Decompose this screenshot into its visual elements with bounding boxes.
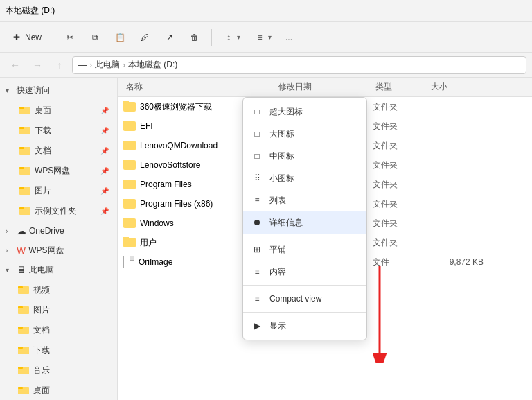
wps-cloud-label: WPS网盘 — [28, 245, 64, 256]
rename-button[interactable]: 🖊 — [134, 29, 156, 46]
share-icon: ↗ — [164, 32, 175, 43]
file-type-7: 文件夹 — [373, 237, 428, 249]
menu-item-large-icon[interactable]: □ 大图标 — [243, 123, 366, 145]
medium-icon-graphic: □ — [251, 150, 263, 162]
cut-button[interactable]: ✂ — [59, 29, 81, 46]
sidebar-photos-label: 图片 — [33, 304, 50, 316]
menu-item-huge-icon[interactable]: □ 超大图标 — [243, 101, 366, 123]
share-button[interactable]: ↗ — [159, 29, 181, 46]
menu-separator-1 — [243, 236, 366, 236]
title-bar-text: 本地磁盘 (D:) — [6, 5, 55, 17]
menu-item-show[interactable]: ▶ 显示 — [243, 315, 366, 337]
sidebar-item-video[interactable]: 视频 — [3, 280, 114, 299]
details-icon-graphic — [251, 217, 263, 228]
sidebar-docs-label: 文档 — [35, 145, 51, 157]
pin-icon-pics: 📌 — [100, 187, 109, 195]
file-type-1: 文件夹 — [373, 121, 428, 132]
sidebar-item-music[interactable]: 音乐 — [3, 360, 114, 380]
path-part-disk[interactable]: 本地磁盘 (D:) — [128, 59, 177, 71]
toolbar: ✚ New ✂ ⧉ 📋 🖊 ↗ 🗑 ↕ ▾ ≡ ▾ ... — [0, 22, 532, 53]
sidebar-item-desktop[interactable]: 桌面 📌 — [3, 101, 114, 120]
file-type-2: 文件夹 — [373, 140, 428, 152]
col-header-size[interactable]: 大小 — [428, 81, 484, 93]
sidebar-item-documents[interactable]: 文档 — [3, 320, 114, 340]
file-type-4: 文件夹 — [373, 179, 428, 191]
small-icon-graphic: ⠿ — [251, 173, 263, 184]
desktop-folder-icon — [19, 105, 30, 116]
sidebar-item-pics[interactable]: 图片 📌 — [3, 181, 114, 200]
download-folder-icon — [19, 125, 30, 137]
file-size-8: 9,872 KB — [428, 257, 484, 267]
video-folder-icon — [18, 284, 29, 296]
sidebar-item-docs[interactable]: 文档 📌 — [3, 141, 114, 160]
sort-icon: ↕ — [223, 32, 234, 43]
view-button[interactable]: ≡ ▾ — [249, 29, 277, 46]
this-pc-header[interactable]: ▾ 🖥 此电脑 — [0, 260, 117, 279]
delete-button[interactable]: 🗑 — [184, 29, 206, 46]
menu-label-large: 大图标 — [269, 128, 294, 140]
menu-label-content: 内容 — [269, 266, 286, 278]
folder-icon-0 — [123, 102, 136, 112]
sidebar-item-desktop2[interactable]: 桌面 — [3, 381, 114, 400]
sidebar-item-photos[interactable]: 图片 — [3, 300, 114, 320]
menu-item-list[interactable]: ≡ 列表 — [243, 189, 366, 211]
this-pc-arrow: ▾ — [6, 266, 14, 274]
folder-icon-2 — [123, 141, 136, 150]
folder-icon-6 — [123, 218, 136, 228]
folder-icon-3 — [123, 160, 136, 170]
new-button[interactable]: ✚ New — [6, 29, 47, 46]
examples-folder-icon — [19, 205, 30, 217]
col-header-date[interactable]: 修改日期 — [276, 81, 373, 93]
delete-icon: 🗑 — [189, 32, 200, 43]
sidebar-item-examples[interactable]: 示例文件夹 📌 — [3, 201, 114, 220]
sidebar-item-wpscloud[interactable]: WPS网盘 📌 — [3, 161, 114, 180]
copy-icon: ⧉ — [89, 32, 100, 43]
wps-cloud-icon: W — [17, 245, 26, 256]
onedrive-header[interactable]: › ☁ OneDrive — [0, 221, 117, 241]
wps-cloud-header[interactable]: › W WPS网盘 — [0, 241, 117, 260]
huge-icon-graphic: □ — [251, 106, 263, 117]
folder-icon-4 — [123, 180, 136, 189]
menu-item-small-icon[interactable]: ⠿ 小图标 — [243, 167, 366, 189]
sort-dropdown-arrow: ▾ — [237, 33, 240, 41]
more-button[interactable]: ... — [280, 30, 298, 45]
menu-item-content[interactable]: ≡ 内容 — [243, 261, 366, 283]
menu-separator-3 — [243, 312, 366, 313]
file-type-8: 文件 — [373, 256, 428, 268]
docs-folder-icon — [19, 145, 30, 157]
svg-rect-17 — [18, 327, 23, 329]
sort-button[interactable]: ↕ ▾ — [218, 29, 246, 46]
title-bar: 本地磁盘 (D:) — [0, 0, 532, 22]
sidebar-desktop2-label: 桌面 — [33, 385, 50, 397]
this-pc-icon: 🖥 — [17, 264, 26, 275]
svg-rect-3 — [19, 127, 24, 129]
up-button[interactable]: ↑ — [50, 55, 69, 75]
sidebar-music-label: 音乐 — [33, 365, 50, 376]
menu-item-compact[interactable]: ≡ Compact view — [243, 288, 366, 310]
pin-icon-desktop: 📌 — [100, 107, 109, 114]
paste-button[interactable]: 📋 — [109, 29, 131, 46]
menu-item-tiles[interactable]: ⊞ 平铺 — [243, 238, 366, 261]
column-headers: 名称 修改日期 类型 大小 — [118, 78, 532, 97]
menu-item-medium-icon[interactable]: □ 中图标 — [243, 145, 366, 167]
quick-access-header[interactable]: ▾ 快速访问 — [0, 80, 117, 100]
address-path[interactable]: — › 此电脑 › 本地磁盘 (D:) — [72, 56, 526, 74]
back-button[interactable]: ← — [6, 55, 25, 75]
path-part-pc[interactable]: 此电脑 — [95, 59, 120, 71]
sidebar-item-download[interactable]: 下载 📌 — [3, 121, 114, 140]
pin-icon-examples: 📌 — [100, 207, 109, 215]
copy-button[interactable]: ⧉ — [84, 29, 106, 46]
view-dropdown-menu: □ 超大图标 □ 大图标 □ 中图标 ⠿ 小图标 ≡ 列表 — [242, 97, 367, 340]
main-layout: ▾ 快速访问 桌面 📌 下载 📌 文档 📌 — [0, 78, 532, 400]
desktop2-folder-icon — [18, 385, 29, 397]
forward-button[interactable]: → — [28, 55, 47, 75]
sidebar-pics-label: 图片 — [35, 185, 51, 197]
menu-item-details[interactable]: 详细信息 — [243, 211, 366, 234]
content-area: 名称 修改日期 类型 大小 360极速浏览器下载 2021/7/8 17:26 … — [118, 78, 532, 400]
file-type-6: 文件夹 — [373, 218, 428, 229]
col-header-type[interactable]: 类型 — [373, 81, 428, 93]
new-label: New — [25, 33, 42, 42]
sidebar-download-label: 下载 — [35, 125, 51, 137]
sidebar-item-downloads2[interactable]: 下载 — [3, 340, 114, 360]
col-header-name[interactable]: 名称 — [123, 81, 276, 93]
